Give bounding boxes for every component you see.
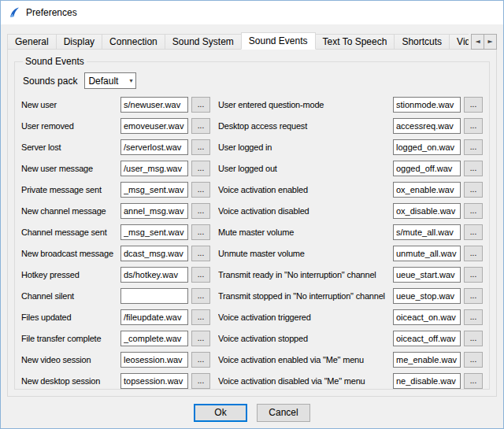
browse-button[interactable]: ... (191, 309, 210, 325)
sound-file-input[interactable] (393, 97, 461, 113)
ok-button[interactable]: Ok (194, 404, 247, 422)
sound-file-input[interactable] (120, 288, 188, 304)
browse-button[interactable]: ... (464, 139, 483, 155)
sound-file-input[interactable] (120, 161, 188, 176)
event-label: Unmute master volume (218, 249, 393, 258)
tab-shortcuts[interactable]: Shortcuts (394, 34, 450, 50)
tab-connection[interactable]: Connection (102, 34, 165, 50)
tab-page-sound-events: Sound Events Sounds pack Default ▾ New u… (7, 49, 497, 397)
sound-event-row: File transfer complete... (21, 331, 210, 346)
chevron-down-icon: ▾ (129, 77, 132, 84)
event-label: New desktop session (21, 376, 120, 386)
browse-button[interactable]: ... (464, 373, 483, 389)
sound-event-row: Voice activation stopped... (218, 331, 483, 346)
browse-button[interactable]: ... (191, 331, 210, 346)
browse-button[interactable]: ... (191, 224, 210, 240)
tab-display[interactable]: Display (56, 34, 102, 50)
browse-button[interactable]: ... (191, 267, 210, 283)
sound-event-row: User removed... (21, 118, 210, 134)
browse-button[interactable]: ... (464, 97, 483, 113)
sound-file-input[interactable] (120, 203, 188, 219)
tab-video[interactable]: Video (449, 34, 469, 50)
browse-button[interactable]: ... (464, 224, 483, 240)
app-icon (8, 6, 20, 19)
event-label: New video session (21, 355, 120, 364)
sound-file-input[interactable] (393, 139, 461, 155)
tab-text-to-speech[interactable]: Text To Speech (315, 34, 395, 50)
browse-button[interactable]: ... (464, 267, 483, 283)
sound-file-input[interactable] (393, 331, 461, 346)
sound-file-input[interactable] (120, 139, 188, 155)
sound-file-input[interactable] (120, 352, 188, 368)
browse-button[interactable]: ... (191, 97, 210, 113)
browse-button[interactable]: ... (464, 203, 483, 219)
browse-button[interactable]: ... (464, 161, 483, 176)
browse-button[interactable]: ... (464, 288, 483, 304)
sound-file-input[interactable] (393, 118, 461, 134)
sound-file-input[interactable] (120, 118, 188, 134)
sound-file-input[interactable] (393, 352, 461, 368)
event-label: Channel message sent (21, 227, 120, 237)
event-label: User logged in (218, 142, 393, 152)
browse-button[interactable]: ... (464, 182, 483, 198)
browse-button[interactable]: ... (191, 373, 210, 389)
sound-event-row: New desktop session... (21, 373, 210, 389)
event-label: New channel message (21, 206, 120, 216)
browse-button[interactable]: ... (191, 118, 210, 134)
sound-event-row: New channel message... (21, 203, 210, 219)
sound-event-row: Channel silent... (21, 288, 210, 304)
sound-file-input[interactable] (393, 224, 461, 240)
tab-sound-system[interactable]: Sound System (165, 34, 242, 50)
sounds-pack-value: Default (88, 76, 118, 87)
event-label: User logged out (218, 164, 393, 173)
browse-button[interactable]: ... (191, 203, 210, 219)
tab-general[interactable]: General (7, 34, 57, 50)
sound-file-input[interactable] (393, 182, 461, 198)
sound-file-input[interactable] (393, 373, 461, 389)
browse-button[interactable]: ... (191, 182, 210, 198)
sounds-pack-select[interactable]: Default ▾ (84, 72, 136, 89)
tab-scroll-left-icon[interactable]: ◄ (471, 34, 484, 50)
tab-sound-events[interactable]: Sound Events (241, 32, 316, 50)
browse-button[interactable]: ... (464, 118, 483, 134)
sound-event-row: Voice activation enabled... (218, 182, 483, 198)
event-label: New user message (21, 164, 120, 173)
browse-button[interactable]: ... (464, 309, 483, 325)
browse-button[interactable]: ... (191, 246, 210, 261)
browse-button[interactable]: ... (464, 331, 483, 346)
sound-event-row: User entered question-mode... (218, 97, 483, 113)
browse-button[interactable]: ... (191, 139, 210, 155)
sound-event-row: New broadcast message... (21, 246, 210, 261)
sound-event-row: Voice activation triggered... (218, 309, 483, 325)
event-label: User entered question-mode (218, 100, 393, 109)
sound-file-input[interactable] (120, 182, 188, 198)
sound-file-input[interactable] (393, 246, 461, 261)
browse-button[interactable]: ... (191, 352, 210, 368)
sound-file-input[interactable] (120, 97, 188, 113)
sound-file-input[interactable] (120, 331, 188, 346)
browse-button[interactable]: ... (191, 288, 210, 304)
tab-scroll-right-icon[interactable]: ► (484, 34, 497, 50)
browse-button[interactable]: ... (464, 352, 483, 368)
event-column-left: New user...User removed...Server lost...… (21, 97, 210, 394)
sound-file-input[interactable] (120, 224, 188, 240)
sound-file-input[interactable] (393, 203, 461, 219)
sound-file-input[interactable] (393, 309, 461, 325)
browse-button[interactable]: ... (191, 161, 210, 176)
sound-file-input[interactable] (393, 288, 461, 304)
sound-event-row: Unmute master volume... (218, 246, 483, 261)
sound-file-input[interactable] (120, 373, 188, 389)
event-label: Files updated (21, 313, 120, 322)
sound-file-input[interactable] (120, 309, 188, 325)
sound-event-row: User logged out... (218, 161, 483, 176)
sound-file-input[interactable] (120, 246, 188, 261)
cancel-button[interactable]: Cancel (257, 404, 310, 422)
sound-file-input[interactable] (393, 161, 461, 176)
sound-events-groupbox: Sound Events Sounds pack Default ▾ New u… (14, 56, 490, 390)
sound-file-input[interactable] (393, 267, 461, 283)
browse-button[interactable]: ... (464, 246, 483, 261)
titlebar: Preferences (1, 1, 503, 24)
event-label: Transmit ready in "No interruption" chan… (218, 270, 393, 279)
sound-file-input[interactable] (120, 267, 188, 283)
sound-event-row: New user message... (21, 161, 210, 176)
